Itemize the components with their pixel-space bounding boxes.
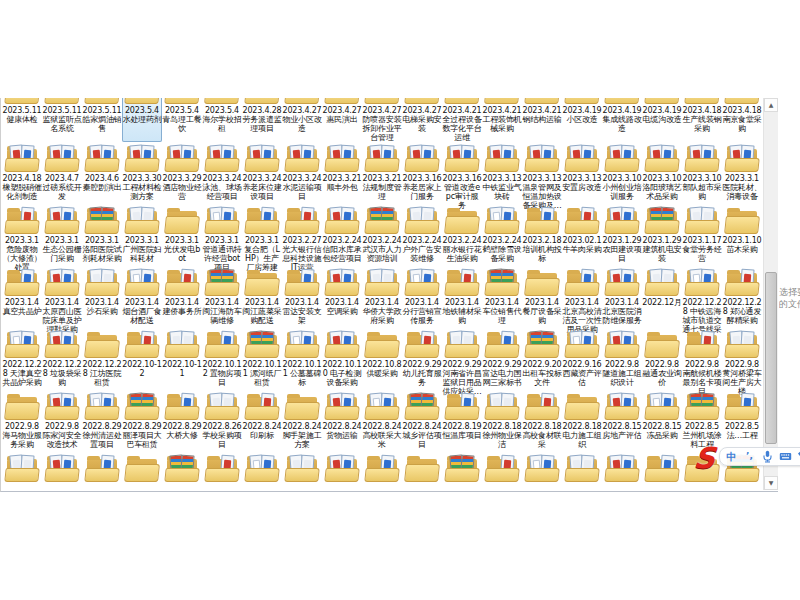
folder-item[interactable]: 2023.3.13 温泉管网及恒温加热设备采购及… <box>522 146 562 210</box>
folder-item[interactable]: 2022.9.8融通农业询价 <box>642 332 682 396</box>
folder-item[interactable]: 2023.3.24 泳池、球场经营项目 <box>202 146 242 210</box>
folder-item[interactable]: 2023.3.24 水泥运输项目 <box>282 146 322 210</box>
chinese-english-toggle-icon[interactable]: 中 <box>725 450 738 463</box>
folder-item[interactable]: 2022.10.10 电子检测设备采购 <box>322 332 362 396</box>
folder-item[interactable] <box>522 456 562 482</box>
folder-item[interactable]: 2023.2.24 鹤壁除雪设备采购 <box>482 208 522 272</box>
folder-item[interactable]: 2023.5.11 健康体检 <box>2 98 42 142</box>
folder-item[interactable]: 2022.9.8黄河桥梁车间生产房大楼 <box>722 332 762 396</box>
folder-item[interactable] <box>442 456 482 482</box>
folder-item[interactable]: 2023.3.10 小州创业培训服务 <box>602 146 642 210</box>
folder-item[interactable] <box>202 456 242 482</box>
folder-item[interactable]: 2022.8.29 丽泽项目大巴车租赁 <box>122 394 162 449</box>
folder-item-selected[interactable]: 2023.5.4水处理药剂 <box>122 98 162 142</box>
folder-item[interactable] <box>322 456 362 482</box>
folder-item[interactable]: 2023.1.4太原西山医院床单及护理鞋采购 <box>42 270 82 335</box>
folder-item[interactable]: 2022.8.24 货物运输 <box>322 394 362 449</box>
vertical-scrollbar[interactable]: ▲ ▼ <box>763 98 778 490</box>
folder-item[interactable]: 2023.4.6秦腔剧演出 <box>82 146 122 210</box>
folder-item[interactable]: 2022.8.24 印刷标 <box>242 394 282 449</box>
soft-keyboard-icon[interactable] <box>779 450 792 463</box>
folder-item[interactable] <box>242 456 282 482</box>
folder-item[interactable]: 2022.9.20 出租车投标文件 <box>522 332 562 396</box>
folder-item[interactable]: 2023.5.11 监狱监听点名系统 <box>42 98 82 142</box>
folder-item[interactable]: 2022.8.15 房地产评估 <box>602 394 642 449</box>
folder-item[interactable]: 2022.10.12 置物房项目 <box>202 332 242 396</box>
folder-item[interactable]: 2022.12.28 天津真空共晶炉采购 <box>2 332 42 396</box>
folder-item[interactable]: 2023.1.4雷达安装支架 <box>282 270 322 335</box>
folder-item[interactable] <box>282 456 322 482</box>
folder-item[interactable]: 2023.2.24 武汉市人力资源培训 <box>362 208 402 272</box>
folder-item[interactable] <box>602 456 642 482</box>
folder-item[interactable]: 2023.5.4青岛理工餐饮 <box>162 98 202 142</box>
folder-item[interactable] <box>162 456 202 482</box>
folder-item[interactable]: 2023.4.7过磅系统开发 <box>42 146 82 210</box>
folder-item[interactable]: 2022.8.24 脚手架施工方案 <box>282 394 322 449</box>
folder-item[interactable]: 2023.2.24 丽水银行花生油采购 <box>442 208 482 272</box>
scroll-up-arrow-icon[interactable]: ▲ <box>764 98 778 112</box>
folder-item[interactable]: 2023.1.4闽江蔬菜采购配送 <box>242 270 282 335</box>
folder-item[interactable]: 2023.3.1光伏发电bot <box>162 208 202 272</box>
folder-item[interactable]: 2022.9.29 河南省许昌监狱日用品供应站采… <box>442 332 482 396</box>
folder-item[interactable]: 2022.10-12 <box>122 332 162 396</box>
folder-item[interactable]: 2023.4.27 惠民演出 <box>322 98 362 142</box>
folder-item[interactable]: 2022.9.8海马物业服务采购 <box>2 394 42 449</box>
folder-item[interactable]: 2023.1.4餐厅设备采购 <box>522 270 562 335</box>
folder-item[interactable]: 2023.1.4烟台酒厂食材配送 <box>122 270 162 335</box>
folder-item[interactable]: 2022.9.8陈家河安全改造技术 <box>42 394 82 449</box>
folder-item[interactable]: 2023.4.18 南京食堂采购 <box>722 98 762 142</box>
folder-item[interactable]: 2023.3.1洛阳医院试剂耗材采购 <box>82 208 122 272</box>
folder-item[interactable]: 2022.10-11 <box>162 332 202 396</box>
folder-item[interactable]: 2023.4.19 小区改造 <box>562 98 602 142</box>
folder-item[interactable] <box>2 456 42 482</box>
folder-item[interactable]: 2023.3.1医院耗材、消毒设备 <box>722 146 762 210</box>
folder-item[interactable]: 2023.1.17 食堂劳务经营 <box>682 208 722 272</box>
folder-item[interactable]: 2023.3.29 酒店物业经营 <box>162 146 202 210</box>
folder-item[interactable]: 2022.8.18 高校食材联采 <box>522 394 562 449</box>
folder-item[interactable]: 2023.4.27 电梯采购安装 <box>402 98 442 142</box>
folder-item[interactable]: 2023.3.30 工程材料检测方案 <box>122 146 162 210</box>
folder-item[interactable] <box>122 456 162 482</box>
folder-item[interactable]: 2023.3.21 顺丰外包 <box>322 146 362 210</box>
folder-item[interactable]: 2023.5.4海尔学校招租 <box>202 98 242 142</box>
folder-item[interactable] <box>482 456 522 482</box>
folder-item[interactable]: 2023.4.21 钢结构运输 <box>522 98 562 142</box>
folder-item[interactable]: 2022.12.28 中铁远海城市轨道交通七号线采购 <box>682 270 722 335</box>
folder-item[interactable]: 2023.3.21 法规制度管理 <box>362 146 402 210</box>
folder-item[interactable]: 2023.2.24 信阳水库承包经营项目 <box>322 208 362 272</box>
folder-item[interactable]: 2023.02.1 牛羊肉采购 <box>562 208 602 272</box>
folder-item[interactable]: 2023.4.27 物业小区改造 <box>282 98 322 142</box>
folder-item[interactable]: 2023.5.11 皓家焗油销售 <box>82 98 122 142</box>
folder-item[interactable]: 2023.2.18 培训机构投标 <box>522 208 562 272</box>
folder-item[interactable]: 2023.1.4建侨事务所 <box>162 270 202 335</box>
folder-item[interactable]: 2023.1.4沙石采购 <box>82 270 122 335</box>
folder-item[interactable]: 2023.4.19 电缆沟改造 <box>642 98 682 142</box>
folder-item[interactable]: 2023.1.4北京高校清洁及一次性用品采购 <box>562 270 602 335</box>
folder-item[interactable]: 2023.1.4地铁辅材采购 <box>442 270 482 335</box>
microphone-icon[interactable] <box>761 450 774 463</box>
folder-item[interactable] <box>362 456 402 482</box>
folder-item[interactable]: 2023.1.4分行营销宣传服务 <box>402 270 442 335</box>
folder-item[interactable]: 2023.2.24 户外广告安装维修 <box>402 208 442 272</box>
folder-item[interactable]: 2022.9.8南航候机楼最别名卡项目 <box>682 332 722 396</box>
folder-item[interactable]: 2022.12月 <box>642 270 682 335</box>
folder-item[interactable]: 2023.1.29 建筑机电安装 <box>642 208 682 272</box>
folder-item[interactable]: 2023.3.1危险废物（大修渣）处置 <box>2 208 42 272</box>
folder-item[interactable]: 2023.1.4华侨大学政府采购 <box>362 270 402 335</box>
folder-item[interactable]: 2023.1.4北京医院消防维保服务 <box>602 270 642 335</box>
folder-item[interactable]: 2022.8.18 电力施工组织 <box>562 394 602 449</box>
folder-item[interactable]: 2023.3.1广州医院妇科耗材 <box>122 208 162 272</box>
punctuation-mode-icon[interactable]: ’, <box>743 450 756 463</box>
folder-item[interactable]: 2022.8.18 徐州物业保洁 <box>482 394 522 449</box>
folder-item[interactable]: 2023.3.10 部队超市采购 <box>682 146 722 210</box>
folder-item[interactable]: 2023.2.27 光大银行信息科技设施IT运营 <box>282 208 322 272</box>
folder-item[interactable]: 2023.3.10 洛阳玻璃艺术品采购 <box>642 146 682 210</box>
folder-item[interactable]: 2022.8.5法…工程 <box>722 394 762 449</box>
folder-item[interactable]: 2023.3.24 养老床位建设项目 <box>242 146 282 210</box>
folder-item[interactable]: 2022.9.16 西藏资产评估 <box>562 332 602 396</box>
folder-item[interactable]: 2022.10.8 供暖采购 <box>362 332 402 396</box>
folder-item[interactable]: 2022.12.28 江坊医院租赁 <box>82 332 122 396</box>
folder-item[interactable]: 2023.3.1复合肥（LHP）生产厂房筹建 <box>242 208 282 272</box>
folder-item[interactable]: 2022.10.11 漯河纸厂租赁 <box>242 332 282 396</box>
folder-item[interactable]: 2023.1.4车位销售代理 <box>482 270 522 335</box>
